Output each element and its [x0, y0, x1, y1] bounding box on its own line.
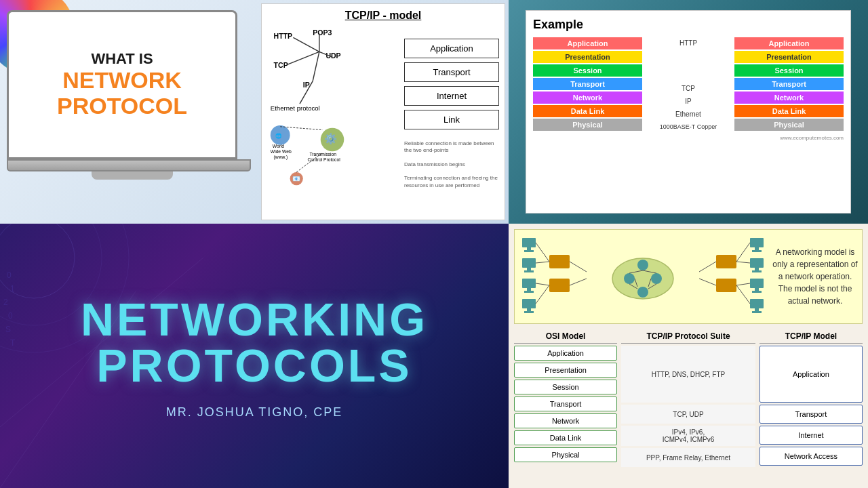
diagram-description-text: A networking model is only a representat…	[772, 246, 858, 307]
svg-line-50	[536, 243, 549, 262]
svg-text:S: S	[5, 325, 11, 334]
svg-line-86	[699, 279, 716, 285]
osi-left-physical: Physical	[533, 119, 642, 131]
tcpip-right: Application Transport Internet Link Reli…	[404, 26, 499, 202]
svg-text:HTTP: HTTP	[274, 32, 293, 40]
svg-point-59	[651, 273, 662, 284]
svg-point-60	[637, 287, 648, 298]
osi-br-session: Session	[514, 380, 617, 394]
tcpip-suite-app: HTTP, DNS, DHCP, FTP	[621, 346, 755, 403]
osi-model-col: OSI Model Application Presentation Sessi…	[514, 329, 617, 467]
svg-rect-74	[755, 288, 759, 291]
svg-line-51	[536, 262, 549, 263]
svg-rect-47	[524, 311, 534, 313]
svg-text:Control Protocol: Control Protocol	[308, 157, 341, 162]
svg-line-54	[570, 262, 587, 272]
svg-rect-67	[750, 238, 764, 247]
tcpip-transport: Transport	[404, 62, 499, 82]
svg-text:2: 2	[3, 298, 8, 307]
tcpip-application: Application	[404, 39, 499, 58]
laptop-stand	[92, 171, 173, 180]
svg-rect-45	[522, 299, 536, 308]
svg-rect-38	[524, 250, 534, 252]
osi-br-presentation: Presentation	[514, 363, 617, 378]
svg-text:⚙️: ⚙️	[324, 132, 338, 145]
spacer2	[648, 66, 729, 81]
svg-rect-78	[752, 311, 762, 313]
tcpip-suite-col: TCP/IP Protocol Suite HTTP, DNS, DHCP, F…	[621, 329, 755, 467]
example-title: Example	[533, 18, 844, 32]
svg-rect-43	[527, 288, 531, 291]
svg-rect-40	[527, 268, 531, 270]
osi-left-network: Network	[533, 92, 642, 104]
tcpip-link: Link	[404, 110, 499, 129]
svg-rect-46	[527, 308, 531, 311]
osi-right-transport: Transport	[734, 78, 844, 90]
tcpip-left: HTTP POP3 UDP TCP IP Ethernet protocol	[267, 26, 397, 202]
main-grid: WHAT IS NETWORK PROTOCOL TCP/IP - model …	[0, 0, 868, 488]
network-diagram-box: A networking model is only a representat…	[514, 229, 863, 324]
panel-bottom-right: A networking model is only a representat…	[509, 224, 868, 488]
laptop-network-text: NETWORK	[62, 68, 182, 93]
example-box: Example Application Presentation Session…	[526, 10, 851, 214]
svg-line-9	[287, 52, 319, 64]
laptop-screen: WHAT IS NETWORK PROTOCOL	[7, 10, 237, 159]
svg-text:0: 0	[8, 311, 13, 321]
tcpip-suite-netaccess: PPP, Frame Relay, Ethernet	[621, 448, 755, 467]
tcp-label: TCP	[648, 83, 729, 94]
svg-rect-70	[750, 258, 764, 268]
svg-rect-49	[549, 279, 570, 292]
laptop-protocol-text: PROTOCOL	[57, 93, 187, 119]
svg-rect-75	[752, 291, 762, 293]
ethernet-label: Ethernet	[648, 108, 729, 120]
example-footer: www.ecomputernotes.com	[533, 135, 844, 141]
panel-top-left: WHAT IS NETWORK PROTOCOL TCP/IP - model …	[0, 0, 509, 224]
osi-right-network: Network	[734, 92, 844, 104]
osi-left-application: Application	[533, 37, 642, 49]
tcpip-suite-header: TCP/IP Protocol Suite	[621, 329, 755, 344]
tcpip-model-netaccess: Network Access	[760, 447, 863, 466]
svg-line-55	[570, 279, 587, 285]
author-text: MR. JOSHUA TIGNO, CPE	[166, 405, 343, 420]
panel-bottom-left: 0 1 2 0 S T NETWORKING PROTOCOLS MR. JOS…	[0, 224, 509, 488]
tcpip-model-application: Application	[760, 346, 863, 403]
osi-middle-labels: HTTP TCP IP Ethernet 1000BASE-T Copper	[648, 37, 729, 132]
panel-top-right: Example Application Presentation Session…	[509, 0, 868, 224]
svg-rect-41	[524, 270, 534, 272]
model-table-container: OSI Model Application Presentation Sessi…	[514, 329, 863, 467]
svg-line-6	[293, 37, 319, 52]
tcpip-desc-terminating: Terminating connection and freeing the r…	[404, 175, 499, 189]
ip-label: IP	[648, 96, 729, 107]
osi-left-presentation: Presentation	[533, 51, 642, 63]
laptop-base	[7, 159, 251, 171]
osi-right-application: Application	[734, 37, 844, 49]
osi-model-header: OSI Model	[514, 329, 617, 344]
osi-br-transport: Transport	[514, 396, 617, 411]
tcpip-suite-internet: IPv4, IPv6,ICMPv4, ICMPv6	[621, 426, 755, 446]
tcpip-section: TCP/IP - model HTTP POP3 UDP TCP IP Ethe…	[261, 3, 505, 220]
osi-right-col: Application Presentation Session Transpo…	[734, 37, 844, 131]
svg-text:T: T	[10, 338, 16, 348]
svg-rect-71	[755, 268, 759, 270]
svg-line-82	[736, 262, 750, 263]
svg-rect-68	[755, 247, 759, 250]
svg-text:0: 0	[7, 270, 12, 280]
osi-diagram: Application Presentation Session Transpo…	[533, 37, 844, 132]
svg-text:World: World	[273, 144, 285, 148]
svg-rect-77	[755, 308, 759, 311]
svg-line-53	[536, 285, 549, 304]
svg-rect-44	[524, 291, 534, 293]
svg-line-10	[313, 52, 319, 81]
laptop-section: WHAT IS NETWORK PROTOCOL	[7, 10, 258, 214]
osi-right-physical: Physical	[734, 119, 844, 131]
svg-text:📧: 📧	[292, 175, 300, 183]
osi-left-transport: Transport	[533, 78, 642, 90]
svg-line-84	[736, 285, 750, 304]
protocols-title: PROTOCOLS	[96, 339, 412, 392]
svg-rect-79	[716, 255, 736, 268]
center-network-svg	[606, 235, 680, 319]
svg-text:(www.): (www.)	[274, 155, 288, 160]
osi-left-datalink: Data Link	[533, 105, 642, 117]
osi-br-application: Application	[514, 346, 617, 361]
svg-point-58	[624, 273, 635, 284]
